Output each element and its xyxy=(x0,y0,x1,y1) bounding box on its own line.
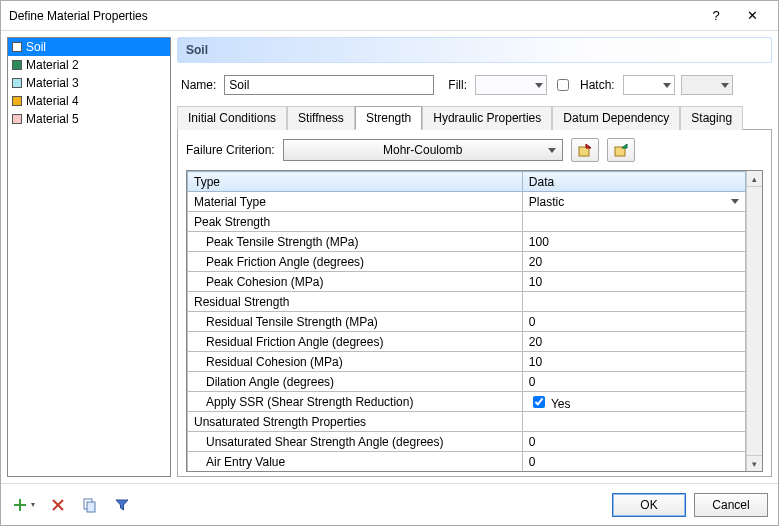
property-row[interactable]: Peak Strength xyxy=(188,212,746,232)
tab-stiffness[interactable]: Stiffness xyxy=(287,106,355,130)
hatch-color-combo[interactable] xyxy=(681,75,733,95)
property-label: Material Type xyxy=(188,192,523,212)
property-label: Peak Strength xyxy=(188,212,523,232)
property-label: Apply SSR (Shear Strength Reduction) xyxy=(188,392,523,412)
col-header-data[interactable]: Data xyxy=(522,172,745,192)
property-value-cell[interactable]: 100 xyxy=(522,232,745,252)
property-value-cell[interactable]: 10 xyxy=(522,352,745,372)
delete-material-button[interactable] xyxy=(49,496,67,514)
property-label: Air Entry Value xyxy=(188,452,523,472)
import-icon xyxy=(577,142,593,158)
chevron-down-icon[interactable]: ▾ xyxy=(31,500,35,509)
material-item[interactable]: Material 5 xyxy=(8,110,170,128)
property-value-cell xyxy=(522,212,745,232)
property-row[interactable]: Peak Tensile Strength (MPa)100 xyxy=(188,232,746,252)
property-row[interactable]: Residual Strength xyxy=(188,292,746,312)
tab-datum-dependency[interactable]: Datum Dependency xyxy=(552,106,680,130)
main-panel: Soil Name: Fill: Hatch: Initial Conditio… xyxy=(177,37,772,477)
chevron-down-icon xyxy=(548,148,556,153)
help-button[interactable]: ? xyxy=(698,2,734,30)
col-header-type[interactable]: Type xyxy=(188,172,523,192)
ok-button[interactable]: OK xyxy=(612,493,686,517)
material-item-label: Material 2 xyxy=(26,58,79,72)
property-label: Unsaturated Strength Properties xyxy=(188,412,523,432)
chevron-down-icon xyxy=(731,199,739,204)
property-row[interactable]: Material TypePlastic xyxy=(188,192,746,212)
material-item[interactable]: Soil xyxy=(8,38,170,56)
property-row[interactable]: Apply SSR (Shear Strength Reduction) Yes xyxy=(188,392,746,412)
property-row[interactable]: Residual Cohesion (MPa)10 xyxy=(188,352,746,372)
export-icon xyxy=(613,142,629,158)
delete-icon xyxy=(51,498,65,512)
material-item[interactable]: Material 4 xyxy=(8,92,170,110)
material-header-title: Soil xyxy=(186,43,208,57)
property-tabs: Initial ConditionsStiffnessStrengthHydra… xyxy=(177,105,772,130)
material-item-label: Material 5 xyxy=(26,112,79,126)
tab-initial-conditions[interactable]: Initial Conditions xyxy=(177,106,287,130)
import-properties-button[interactable] xyxy=(571,138,599,162)
tab-strength-panel: Failure Criterion: Mohr-Coulomb xyxy=(177,130,772,477)
property-value-cell[interactable]: 0 xyxy=(522,372,745,392)
property-label: Peak Tensile Strength (MPa) xyxy=(188,232,523,252)
tab-hydraulic-properties[interactable]: Hydraulic Properties xyxy=(422,106,552,130)
tab-staging[interactable]: Staging xyxy=(680,106,743,130)
hatch-checkbox[interactable] xyxy=(557,79,569,91)
property-value-cell[interactable]: 20 xyxy=(522,332,745,352)
property-value-cell[interactable]: 0 xyxy=(522,432,745,452)
copy-material-button[interactable] xyxy=(81,496,99,514)
property-value-cell xyxy=(522,412,745,432)
property-row[interactable]: Peak Cohesion (MPa)10 xyxy=(188,272,746,292)
material-list[interactable]: SoilMaterial 2Material 3Material 4Materi… xyxy=(7,37,171,477)
export-properties-button[interactable] xyxy=(607,138,635,162)
scroll-up-icon[interactable]: ▴ xyxy=(747,171,762,187)
scroll-down-icon[interactable]: ▾ xyxy=(747,455,762,471)
property-value: Yes xyxy=(548,397,571,411)
material-item-label: Material 4 xyxy=(26,94,79,108)
name-fill-row: Name: Fill: Hatch: xyxy=(179,75,770,95)
property-value-cell[interactable]: 20 xyxy=(522,252,745,272)
property-row[interactable]: Air Entry Value0 xyxy=(188,452,746,472)
property-value-cell[interactable]: 0 xyxy=(522,452,745,472)
property-row[interactable]: Unsaturated Shear Strength Angle (degree… xyxy=(188,432,746,452)
property-row[interactable]: Dilation Angle (degrees)0 xyxy=(188,372,746,392)
fill-color-combo[interactable] xyxy=(475,75,547,95)
footer-toolbar: ▾ xyxy=(11,496,131,514)
add-material-button[interactable] xyxy=(11,496,29,514)
property-row[interactable]: Peak Friction Angle (degrees)20 xyxy=(188,252,746,272)
fill-label: Fill: xyxy=(446,78,469,92)
dialog-footer: ▾ OK Cancel xyxy=(1,483,778,525)
name-input[interactable] xyxy=(224,75,434,95)
property-label: Residual Strength xyxy=(188,292,523,312)
property-value-cell[interactable]: 0 xyxy=(522,312,745,332)
property-checkbox[interactable] xyxy=(533,396,545,408)
material-item[interactable]: Material 3 xyxy=(8,74,170,92)
svg-rect-3 xyxy=(87,502,95,512)
copy-icon xyxy=(82,497,98,513)
close-button[interactable]: ✕ xyxy=(734,2,770,30)
hatch-label: Hatch: xyxy=(578,78,617,92)
property-value-cell[interactable]: Plastic xyxy=(522,192,745,212)
cancel-button[interactable]: Cancel xyxy=(694,493,768,517)
property-row[interactable]: Residual Friction Angle (degrees)20 xyxy=(188,332,746,352)
property-row[interactable]: Residual Tensile Strength (MPa)0 xyxy=(188,312,746,332)
property-value-cell xyxy=(522,292,745,312)
failure-criterion-row: Failure Criterion: Mohr-Coulomb xyxy=(186,138,763,162)
hatch-pattern-combo[interactable] xyxy=(623,75,675,95)
grid-scrollbar[interactable]: ▴ ▾ xyxy=(746,171,762,471)
material-header: Soil xyxy=(177,37,772,63)
property-label: Peak Cohesion (MPa) xyxy=(188,272,523,292)
property-value-cell[interactable]: Yes xyxy=(522,392,745,412)
property-row[interactable]: Unsaturated Strength Properties xyxy=(188,412,746,432)
property-grid[interactable]: Type Data Material TypePlasticPeak Stren… xyxy=(187,171,746,471)
material-item-label: Soil xyxy=(26,40,46,54)
property-label: Dilation Angle (degrees) xyxy=(188,372,523,392)
tab-strength[interactable]: Strength xyxy=(355,106,422,130)
material-item[interactable]: Material 2 xyxy=(8,56,170,74)
property-value-cell[interactable]: 10 xyxy=(522,272,745,292)
failure-criterion-value: Mohr-Coulomb xyxy=(383,143,462,157)
name-label: Name: xyxy=(179,78,218,92)
material-swatch-icon xyxy=(12,60,22,70)
filter-button[interactable] xyxy=(113,496,131,514)
material-item-label: Material 3 xyxy=(26,76,79,90)
failure-criterion-combo[interactable]: Mohr-Coulomb xyxy=(283,139,563,161)
